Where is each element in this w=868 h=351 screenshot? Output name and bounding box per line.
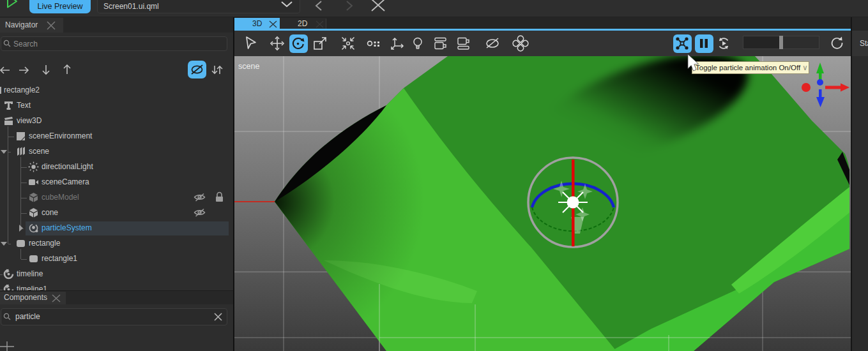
svg-text:scene: scene bbox=[238, 62, 259, 71]
